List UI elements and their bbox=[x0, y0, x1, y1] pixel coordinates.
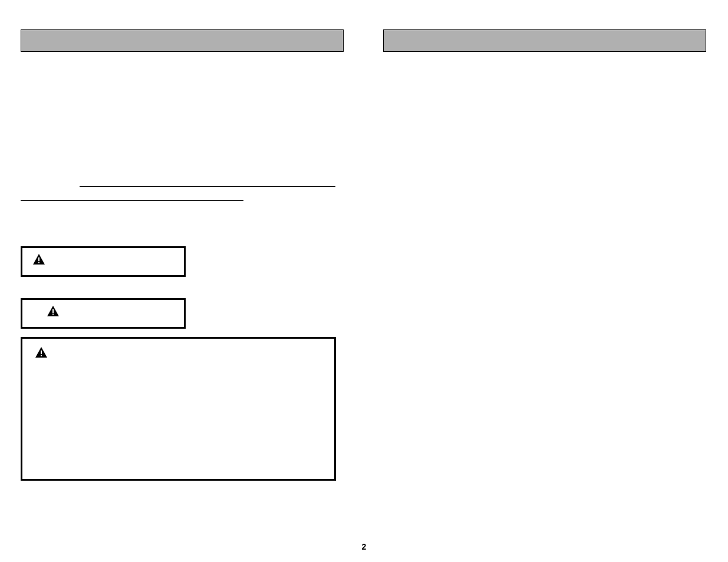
svg-rect-1 bbox=[38, 262, 39, 263]
rule-segment-1 bbox=[80, 186, 335, 187]
warning-box-warning bbox=[21, 298, 186, 329]
svg-rect-2 bbox=[52, 309, 54, 313]
svg-rect-5 bbox=[41, 355, 42, 356]
alert-triangle-icon bbox=[45, 305, 61, 319]
right-column bbox=[383, 29, 706, 52]
document-page: 2 bbox=[0, 0, 728, 562]
alert-triangle-icon bbox=[33, 346, 50, 360]
rule-segment-2 bbox=[21, 200, 243, 201]
warning-box-large bbox=[21, 337, 336, 481]
right-section-header bbox=[383, 29, 706, 52]
alert-triangle-icon bbox=[31, 253, 47, 267]
svg-rect-3 bbox=[52, 314, 54, 315]
page-number: 2 bbox=[362, 542, 367, 551]
svg-rect-4 bbox=[41, 351, 42, 354]
left-column bbox=[21, 29, 344, 481]
warning-box-danger bbox=[21, 246, 186, 277]
left-section-header bbox=[21, 29, 344, 52]
svg-rect-0 bbox=[38, 257, 39, 261]
